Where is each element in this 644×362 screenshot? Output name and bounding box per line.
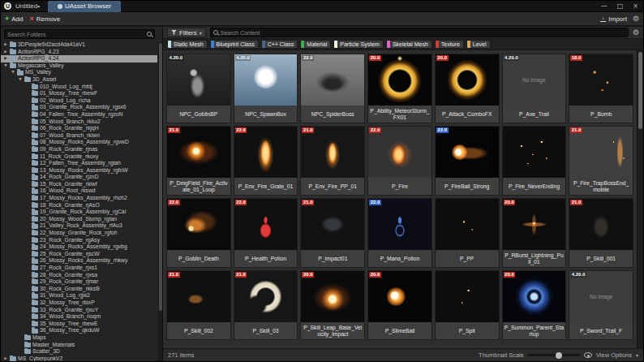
tab-uasset-browser[interactable]: UAsset Browser [48, 1, 121, 12]
import-button[interactable]: ↓ Import [600, 15, 627, 23]
folders-search-input[interactable] [7, 32, 144, 37]
folder-tree-item[interactable]: 22_Mossy_Granite_Rock_rgfoh [1, 230, 157, 237]
asset-item[interactable]: 20.0 P_RBurst_Lightning_Pull_01 [503, 199, 566, 267]
folder-tree-item[interactable]: ▼ Megascans_Valley [1, 62, 157, 70]
expander-arrow-icon[interactable]: ▶ [3, 356, 8, 361]
maximize-button[interactable]: □ [612, 2, 629, 10]
asset-item[interactable]: 21.0 P_Skill_002 [167, 271, 230, 339]
close-button[interactable]: × [628, 2, 643, 10]
grid-scrollbar[interactable] [637, 50, 643, 348]
folder-tree-item[interactable]: 09_Rock_Granite_rjnas [1, 146, 157, 153]
folder-tree-item[interactable]: 20_Mossy_Wood_Stump_rgtan [1, 216, 157, 223]
filter-chip[interactable]: C++ Class [261, 40, 298, 49]
expander-arrow-icon[interactable]: ▶ [3, 41, 8, 49]
asset-item[interactable]: 20.0 P_SlimeBall [368, 271, 431, 339]
filter-chip[interactable]: Particle System [333, 40, 384, 49]
folder-tree-item[interactable]: 33_Rock_Granite_rjxuY [1, 307, 157, 314]
view-settings-gear-icon[interactable]: ⚙ [633, 28, 639, 37]
asset-item[interactable]: 21.0 P_Skill_03 [234, 271, 298, 339]
folder-tree-item[interactable]: 24_Mossy_Rocks_Assembly_rgvbg [1, 243, 157, 251]
filter-chip[interactable]: Texture [435, 40, 464, 49]
folder-tree-item[interactable]: ▶ ActionRPG_4.23 [1, 49, 157, 56]
folder-tree-item[interactable]: 08_Mossy_Rocks_Assembly_rgvwD [1, 139, 157, 146]
folder-tree-item[interactable]: ▶ 3DPeople9d2acd4da41aV1 [1, 41, 157, 49]
asset-item[interactable]: 22.0 P_Health_Potion [234, 199, 298, 267]
asset-item[interactable]: 22.0 P_Fire [368, 127, 431, 195]
folder-tree-item[interactable]: 010_Wood_Log_rhfdj [1, 84, 157, 91]
asset-item[interactable]: 4.20.0 NPC_GoblinBP [167, 54, 230, 123]
content-search-input[interactable] [221, 30, 625, 36]
remove-button[interactable]: × Remove [30, 15, 61, 23]
folder-tree-item[interactable]: ▶ ActionRPG_4.24 [1, 55, 157, 62]
asset-item[interactable]: 21.0 P_DmgField_Fire_Activate_01_Loop [167, 127, 230, 195]
asset-item[interactable]: P_Fire_NeverEnding [503, 127, 566, 195]
folder-tree-item[interactable]: 01_Mossy_Tree_rbewF [1, 90, 157, 97]
filter-chip[interactable]: Static Mesh [167, 40, 208, 49]
asset-item[interactable]: 20.0 P_Ability_MeteorStorm_FX01 [368, 54, 431, 123]
folder-tree-item[interactable]: 32_Mossy_Tree_rbixP [1, 300, 157, 307]
grid-scrollbar-thumb[interactable] [638, 52, 642, 129]
folder-tree-item[interactable]: 27_Rock_Granite_rjxs1 [1, 265, 157, 272]
folder-tree-item[interactable]: 11_Rock_Granite_rkoxy [1, 153, 157, 161]
asset-item[interactable]: 22.0 P_FireBall_Strong [436, 127, 499, 195]
asset-item[interactable]: 4.20.0 NPC_SpawnBox [234, 54, 298, 123]
folder-tree-item[interactable]: 17_Mossy_Rocks_Assembly_rhch2 [1, 195, 157, 202]
asset-item[interactable]: P_PP [436, 199, 499, 267]
folder-tree-item[interactable]: 05_Wood_Branch_rkku2 [1, 119, 157, 126]
content-search-box[interactable] [210, 28, 629, 37]
expander-arrow-icon[interactable]: ▶ [3, 55, 8, 62]
add-button[interactable]: + Add [5, 15, 24, 23]
folder-tree-item[interactable]: 16_Wood_Root_rkswd [1, 187, 157, 195]
expander-arrow-icon[interactable]: ▼ [18, 76, 23, 84]
folder-tree-item[interactable]: 02_Wood_Log_richa [1, 97, 157, 105]
filter-chip[interactable]: Blueprint Class [210, 40, 259, 49]
asset-item[interactable]: 22.0 P_Env_Fire_Grate_01 [234, 127, 298, 195]
settings-gear-icon[interactable]: ⚙ [633, 15, 639, 23]
asset-item[interactable]: 18.0 P_Bomb [569, 54, 633, 123]
expander-arrow-icon[interactable]: ▼ [11, 69, 15, 76]
asset-item[interactable]: 20.0 P_Skill_Leap_Base_Velocity_Impact [301, 271, 364, 339]
folder-tree-item[interactable]: 23_Rock_Granite_rgAsy [1, 237, 157, 244]
folder-tree-item[interactable]: 26_Mossy_Rocks_Assembly_rhkwy [1, 257, 157, 265]
folder-tree-item[interactable]: 34_Wood_Branch_rioqm [1, 313, 157, 321]
filter-chip[interactable]: Level [466, 40, 491, 49]
folder-tree-item[interactable]: 30_Rock_Granite_rkksB [1, 286, 157, 293]
asset-item[interactable]: 21.0 P_Skill_001 [569, 199, 633, 267]
thumbnail-scale-slider[interactable] [528, 354, 580, 356]
folder-tree-item[interactable]: 19_Granite_Rock_Assembly_rgCai [1, 209, 157, 216]
folder-tree-item[interactable]: 03_Granite_Rock_Assembly_rgsx6 [1, 104, 157, 111]
folder-tree-item[interactable]: 06_Rock_Granite_rkjqH [1, 125, 157, 132]
folder-tree-item[interactable]: 15_Rock_Granite_rkiwf [1, 181, 157, 188]
asset-item[interactable]: 21.0 P_Impact01 [301, 199, 364, 267]
asset-item[interactable]: 22.0 P_Mana_Potion [368, 199, 431, 267]
folder-tree-item[interactable]: 14_Rock_Granite_rjznD [1, 174, 157, 181]
folder-tree-item[interactable]: 21_Valley_Rock_Assembly_rfAu3 [1, 222, 157, 230]
expander-arrow-icon[interactable]: ▼ [3, 62, 8, 70]
folder-tree-item[interactable]: ▼ 3D_Asset [1, 76, 157, 84]
view-options-button[interactable]: View Options [596, 351, 632, 359]
minimize-button[interactable]: — [596, 2, 612, 10]
folder-tree-item[interactable]: 28_Rock_Granite_rjxsa [1, 272, 157, 279]
folder-tree-item[interactable]: 36_Mossy_Tree_qkduW [1, 327, 157, 334]
folders-search-box[interactable] [4, 29, 155, 39]
asset-item[interactable]: 22.0 P_Goblin_Death [167, 199, 230, 267]
sidebar-scrollbar[interactable] [158, 42, 162, 361]
folder-tree-item[interactable]: 25_Rock_Granite_rjscW [1, 251, 157, 258]
asset-item[interactable]: 4.20.0 No Image P_Sword_Trail_F [569, 271, 633, 339]
asset-item[interactable]: 20.0 P_Attack_ComboFX [436, 54, 499, 123]
folder-tree-item[interactable]: 18_Rock_Granite_rjAsO [1, 202, 157, 209]
filter-chip[interactable]: Material [300, 40, 331, 49]
folder-tree-item[interactable]: 04_Fallen_Tree_Assembly_rgzoN [1, 111, 157, 119]
folder-tree-item[interactable]: Master_Materials [1, 342, 157, 349]
folder-tree-item[interactable]: 12_Fallen_Tree_Assembly_rgtah [1, 160, 157, 167]
asset-item[interactable]: 21.0 P_Fire_TrapBossEnd_mobile [569, 127, 633, 195]
folder-tree-item[interactable]: 13_Mossy_Rocks_Assembly_rgfoW [1, 167, 157, 175]
sidebar-scrollbar-thumb[interactable] [159, 43, 162, 311]
filter-chip[interactable]: Skeletal Mesh [386, 40, 432, 49]
slider-handle[interactable] [556, 352, 562, 359]
asset-item[interactable]: 4.20.0 No Image P_Axe_Trail [503, 54, 566, 123]
folder-tree-item[interactable]: Maps [1, 334, 157, 342]
folder-tree-item[interactable]: 35_Mossy_Tree_rbewE [1, 321, 157, 328]
folder-tree-item[interactable]: 29_Rock_Granite_rjmar [1, 278, 157, 286]
asset-item[interactable]: P_Spit [436, 271, 499, 339]
